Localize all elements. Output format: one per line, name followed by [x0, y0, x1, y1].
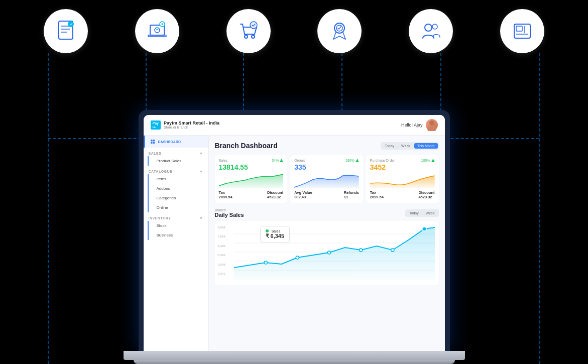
svg-point-21 — [429, 120, 434, 126]
svg-point-38 — [359, 249, 362, 252]
user-section: Hello! Ajay — [401, 119, 438, 131]
content-header: Branch Dashboard Today Week This Month — [215, 142, 439, 150]
svg-point-35 — [264, 261, 267, 264]
sidebar: DASHBOARD SALES ▼ Product Sales CATALOGU… — [144, 136, 209, 351]
paytm-logo-box: Paytm — [151, 120, 161, 130]
svg-point-22 — [427, 126, 436, 131]
svg-point-39 — [391, 249, 394, 252]
daily-sales-subtitle: Branch — [215, 208, 244, 212]
daily-tab-week[interactable]: Week — [423, 210, 438, 216]
svg-point-10 — [245, 35, 248, 38]
app-title: Paytm Smart Retail - India — [164, 120, 219, 126]
cart-verified-icon[interactable] — [226, 9, 271, 53]
sidebar-item-online[interactable]: Online — [148, 203, 208, 212]
svg-marker-27 — [280, 159, 283, 162]
laptop-smart-icon[interactable] — [135, 9, 179, 53]
y-axis-labels: 8,844 7,854 6,345 5,362 3,548 2,341 — [218, 226, 225, 275]
purchase-order-card: Purchase Order 100% 3452 — [366, 155, 439, 203]
laptop-screen-outer: Paytm Paytm Smart Retail - India Store o… — [139, 110, 450, 351]
logo-section: Paytm Paytm Smart Retail - India Store o… — [151, 120, 220, 130]
sidebar-item-addons[interactable]: Addons — [148, 184, 208, 193]
sales-card-footer: Tax 2099.54 Discount 4523.32 — [219, 190, 284, 199]
svg-point-37 — [327, 251, 330, 254]
receipt-icon[interactable]: ✓ — [44, 9, 88, 53]
daily-sales-header: Branch Daily Sales Today Week — [215, 208, 439, 218]
svg-marker-29 — [431, 159, 435, 162]
po-discount: Discount 4523.32 — [418, 190, 434, 199]
daily-sales-title: Daily Sales — [215, 212, 244, 218]
sidebar-item-product-sales[interactable]: Product Sales — [148, 156, 208, 166]
svg-rect-24 — [153, 140, 155, 142]
app-subtitle: Store or Branch — [164, 126, 219, 129]
po-card-value: 3452 — [370, 163, 435, 171]
sidebar-item-business[interactable]: Business — [148, 230, 208, 240]
laptop-container: Paytm Paytm Smart Retail - India Store o… — [124, 110, 465, 364]
dashboard-header: Paytm Paytm Smart Retail - India Store o… — [144, 115, 445, 136]
dashed-line-1 — [48, 53, 49, 364]
sidebar-sales-section: SALES ▼ — [144, 148, 208, 156]
laptop-screen: Paytm Paytm Smart Retail - India Store o… — [144, 115, 445, 351]
stat-cards-row: Sales 34% 13814.55 — [215, 155, 439, 203]
dashboard-body: DASHBOARD SALES ▼ Product Sales CATALOGU… — [144, 136, 445, 351]
main-content: Branch Dashboard Today Week This Month — [209, 136, 445, 351]
tab-week[interactable]: Week — [398, 143, 413, 149]
legend-value: ₹ 6,345 — [266, 233, 285, 239]
inventory-label: INVENTORY — [149, 216, 171, 220]
chart-legend: Sales ₹ 6,345 — [260, 226, 290, 243]
tab-this-month[interactable]: This Month — [414, 143, 438, 149]
po-card-chart — [370, 173, 435, 188]
image-gallery-icon[interactable] — [500, 9, 544, 53]
sidebar-item-categories[interactable]: Categories — [148, 193, 208, 203]
po-tax: Tax 2099.54 — [370, 190, 384, 199]
orders-card-value: 335 — [294, 163, 359, 171]
svg-rect-18 — [516, 26, 522, 31]
sidebar-item-items[interactable]: Items — [148, 174, 208, 184]
sidebar-catalogue-section: CATALOGUE ▼ — [144, 166, 208, 174]
dashboard-app: Paytm Paytm Smart Retail - India Store o… — [144, 115, 445, 351]
orders-refunds: Refunds 11 — [344, 190, 359, 199]
sales-chevron: ▼ — [199, 152, 203, 155]
orders-card-change: 190% — [345, 159, 359, 162]
page-title: Branch Dashboard — [215, 142, 278, 150]
sales-card: Sales 34% 13814.55 — [215, 155, 288, 203]
po-card-footer: Tax 2099.54 Discount 4523.32 — [370, 190, 435, 199]
svg-point-36 — [296, 256, 299, 259]
user-avatar[interactable] — [426, 119, 438, 131]
svg-point-8 — [155, 28, 160, 33]
svg-rect-23 — [151, 140, 153, 142]
sidebar-inventory-section: INVENTORY ▼ — [144, 212, 208, 221]
svg-rect-25 — [151, 142, 153, 144]
laptop-base — [124, 351, 465, 360]
greeting-text: Hello! Ajay — [401, 123, 423, 128]
svg-rect-26 — [153, 142, 155, 144]
top-icons-row: ✓ — [0, 0, 588, 53]
legend-dot — [266, 229, 269, 232]
tab-today[interactable]: Today — [382, 143, 397, 149]
daily-tab-today[interactable]: Today — [406, 210, 422, 216]
logo-text-block: Paytm Smart Retail - India Store or Bran… — [164, 120, 219, 129]
po-card-change: 100% — [421, 159, 435, 162]
svg-point-40 — [422, 227, 426, 231]
sales-card-change: 34% — [272, 159, 283, 162]
users-group-icon[interactable] — [409, 9, 453, 53]
time-tabs: Today Week This Month — [381, 142, 438, 150]
orders-card-chart — [294, 173, 359, 188]
award-badge-icon[interactable] — [317, 9, 362, 53]
sales-tax: Tax 2099.54 — [219, 190, 232, 199]
sales-card-value: 13814.55 — [219, 163, 284, 171]
sidebar-item-stock[interactable]: Stock — [148, 221, 208, 230]
sales-label: SALES — [149, 152, 162, 155]
svg-point-15 — [425, 24, 432, 31]
svg-rect-7 — [148, 35, 166, 37]
svg-point-16 — [432, 24, 437, 29]
daily-sales-chart: 8,844 7,854 6,345 5,362 3,548 2,341 — [215, 221, 439, 285]
laptop-bottom — [134, 360, 455, 364]
sidebar-item-dashboard[interactable]: DASHBOARD — [144, 136, 208, 148]
sidebar-dashboard-label: DASHBOARD — [158, 140, 181, 144]
inventory-chevron: ▼ — [199, 216, 203, 220]
sales-discount: Discount 4523.32 — [267, 190, 283, 199]
catalogue-label: CATALOGUE — [149, 170, 173, 173]
svg-text:✓: ✓ — [70, 23, 73, 26]
svg-marker-28 — [356, 159, 359, 162]
catalogue-chevron: ▼ — [199, 170, 203, 173]
